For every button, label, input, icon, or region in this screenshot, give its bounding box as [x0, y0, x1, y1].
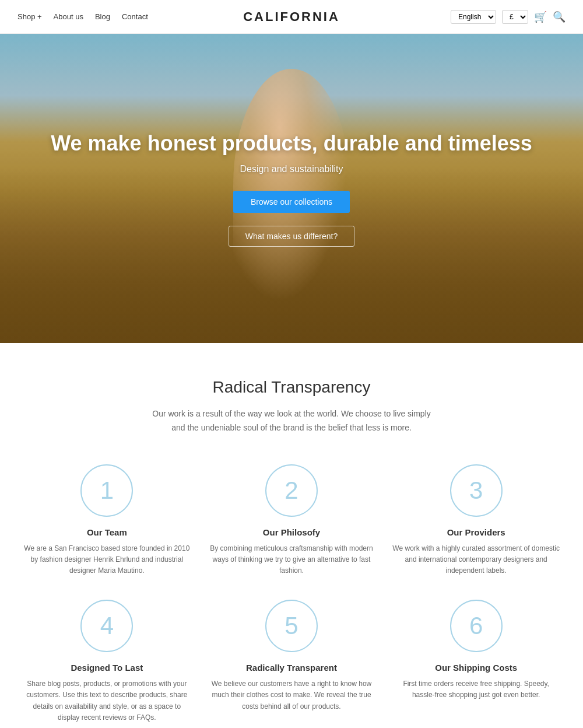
nav-contact[interactable]: Contact: [122, 12, 148, 21]
feature-1-title: Our Team: [23, 527, 191, 537]
feature-3-desc: We work with a highly curated assortment…: [392, 543, 560, 577]
feature-3-number: 3: [450, 464, 503, 517]
feature-2-number: 2: [265, 464, 318, 517]
feature-4-title: Designed To Last: [23, 663, 191, 673]
nav-shop[interactable]: Shop +: [17, 12, 42, 21]
nav-blog[interactable]: Blog: [95, 12, 110, 21]
feature-3-title: Our Providers: [392, 527, 560, 537]
transparency-desc: Our work is a result of the way we look …: [146, 407, 437, 435]
hero-title: We make honest products, durable and tim…: [51, 130, 532, 158]
browse-collections-button[interactable]: Browse our collections: [233, 191, 350, 213]
nav-about[interactable]: About us: [54, 12, 83, 21]
feature-2: 2 Our Philosofy By combining meticulous …: [208, 464, 375, 577]
feature-2-title: Our Philosofy: [208, 527, 375, 537]
hero-content: We make honest products, durable and tim…: [39, 130, 544, 247]
search-icon[interactable]: 🔍: [553, 10, 566, 23]
feature-6: 6 Our Shipping Costs First time orders r…: [392, 600, 560, 723]
hero-buttons: Browse our collections What makes us dif…: [51, 191, 532, 247]
what-makes-us-button[interactable]: What makes us different?: [229, 226, 354, 247]
nav-left: Shop + About us Blog Contact: [17, 12, 148, 21]
nav-right: English £ 🛒 🔍: [451, 10, 566, 24]
feature-1-desc: We are a San Francisco based store found…: [23, 543, 191, 577]
currency-selector[interactable]: £: [502, 10, 528, 24]
brand-logo[interactable]: CALIFORNIA: [243, 9, 340, 24]
navbar: Shop + About us Blog Contact CALIFORNIA …: [0, 0, 583, 34]
feature-4: 4 Designed To Last Share blog posts, pro…: [23, 600, 191, 723]
feature-4-desc: Share blog posts, products, or promotion…: [23, 678, 191, 723]
feature-1: 1 Our Team We are a San Francisco based …: [23, 464, 191, 577]
feature-2-desc: By combining meticulous craftsmanship wi…: [208, 543, 375, 577]
features-grid: 1 Our Team We are a San Francisco based …: [23, 464, 560, 723]
hero-subtitle: Design and sustainability: [51, 164, 532, 174]
feature-5-desc: We believe our customers have a right to…: [208, 678, 375, 712]
feature-5: 5 Radically Transparent We believe our c…: [208, 600, 375, 723]
feature-5-number: 5: [265, 600, 318, 652]
feature-3: 3 Our Providers We work with a highly cu…: [392, 464, 560, 577]
transparency-section: Radical Transparency Our work is a resul…: [0, 343, 583, 728]
transparency-title: Radical Transparency: [23, 378, 560, 397]
feature-1-number: 1: [80, 464, 133, 517]
feature-4-number: 4: [80, 600, 133, 652]
language-selector[interactable]: English: [451, 10, 496, 24]
hero-section: We make honest products, durable and tim…: [0, 34, 583, 343]
feature-6-number: 6: [450, 600, 503, 652]
feature-6-title: Our Shipping Costs: [392, 663, 560, 673]
cart-icon[interactable]: 🛒: [534, 10, 547, 23]
feature-5-title: Radically Transparent: [208, 663, 375, 673]
feature-6-desc: First time orders receive free shipping.…: [392, 678, 560, 701]
